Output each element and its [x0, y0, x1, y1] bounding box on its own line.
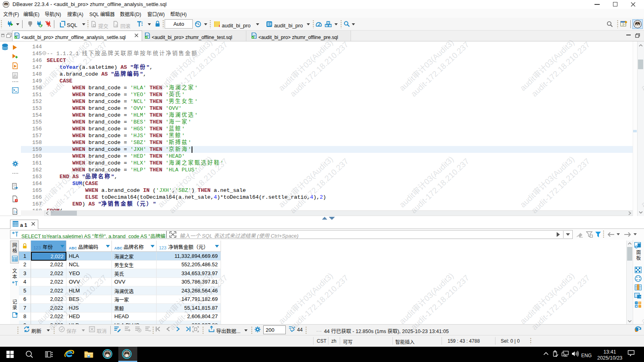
svg-text:(x): (x) [13, 210, 18, 214]
